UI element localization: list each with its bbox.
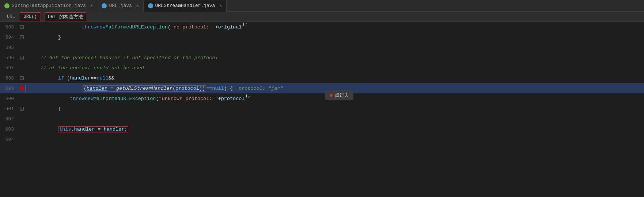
line-number-596: 596 [0,55,18,61]
line-content-601: } [26,103,644,114]
line-number-598: 598 [0,76,18,81]
urlsh-icon [148,3,153,8]
tab-urlsh-label: URLStreamHandler.java [155,3,215,8]
code-line-600: 600 throw new MalformedURLException("unk… [0,93,644,104]
line-number-594: 594 [0,35,18,40]
line-content-603: this.handler = handler; [26,124,644,135]
gutter-594: ▷ [18,35,26,39]
method-tab-url[interactable]: URL [3,12,19,21]
code-line-594: 594 ▷ } [0,32,644,42]
tab-url-close[interactable]: ✕ [136,3,139,8]
code-line-595: 595 [0,42,644,53]
line-number-600: 600 [0,96,18,101]
line-content-594: } [26,32,644,43]
tooltip-text: 点进去 [335,92,349,98]
gutter-593: ▷ [18,25,26,29]
line-number-601: 601 [0,106,18,112]
breakpoint-icon-599[interactable] [20,86,24,90]
spring-icon [4,3,10,8]
line-content-596: // Get the protocol handler if not speci… [26,55,644,61]
line-content-593: throw new MalformedURLException( no prot… [26,22,644,32]
tab-spring[interactable]: SpringTestApplication.java ✕ [0,0,97,12]
code-line-601: 601 ▷ } [0,104,644,114]
gutter-598: ▷ [18,76,26,80]
tab-url-label: URL.java [109,3,132,8]
fold-icon-596: ▷ [20,56,24,59]
method-tab-url-constructor[interactable]: URL() [20,12,41,21]
code-line-596: 596 ▷ // Get the protocol handler if not… [0,53,644,63]
code-line-597: 597 // of the context could not be used [0,63,644,73]
tab-bar: SpringTestApplication.java ✕ URL.java ✕ … [0,0,644,12]
tab-url[interactable]: URL.java ✕ [97,0,143,12]
code-line-602: 602 [0,114,644,124]
tooltip-dot [330,94,333,97]
fold-icon-598: ▷ [20,76,24,80]
method-bar: URL URL() URL 的构造方法 [0,12,644,22]
code-line-604: 604 [0,134,644,144]
gutter-599 [18,86,26,90]
code-line-599: 599 (handler = getURLStreamHandler(proto… [0,83,644,93]
code-line-593: 593 ▷ throw new MalformedURLException( n… [0,22,644,32]
method-tooltip-label: URL 的构造方法 [45,12,86,21]
fold-icon-593: ▷ [20,25,24,29]
line-number-595: 595 [0,45,18,50]
line-number-604: 604 [0,137,18,142]
tab-spring-close[interactable]: ✕ [90,3,93,8]
fold-icon-601: ▷ [20,107,24,111]
line-number-597: 597 [0,65,18,71]
line-content-597: // of the context could not be used [26,65,644,71]
gutter-596: ▷ [18,56,26,59]
tab-urlsh[interactable]: URLStreamHandler.java ✕ [144,0,227,12]
line-number-603: 603 [0,127,18,132]
tooltip-popup[interactable]: 点进去 [325,90,353,100]
fold-icon-594: ▷ [20,35,24,39]
tab-urlsh-close[interactable]: ✕ [219,3,222,8]
line-content-598: if (handler == null && [26,73,644,84]
method-tab-url-label: URL [7,14,15,19]
code-line-598: 598 ▷ if (handler == null && [0,73,644,83]
code-area: 593 ▷ throw new MalformedURLException( n… [0,22,644,197]
url-icon [102,3,107,8]
line-number-599: 599 [0,86,18,91]
gutter-601: ▷ [18,107,26,111]
line-number-602: 602 [0,116,18,122]
line-number-593: 593 [0,24,18,30]
code-line-603: 603 this.handler = handler; [0,124,644,134]
method-tab-url-constructor-label: URL() [24,14,37,19]
tab-spring-label: SpringTestApplication.java [12,3,86,8]
